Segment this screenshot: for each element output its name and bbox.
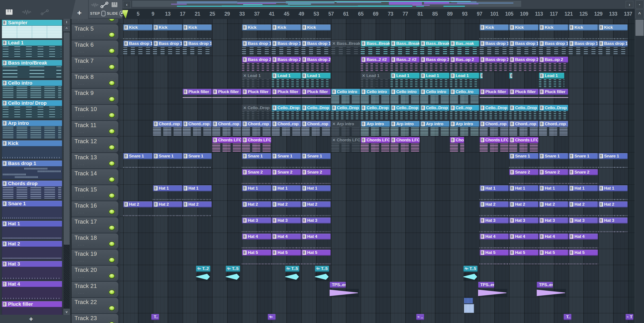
clip-hat-1[interactable]: Hat 1 [509, 185, 538, 191]
pattern-picker-scrollbar[interactable]: I ^ v [64, 19, 70, 315]
pattern-card-header[interactable]: Arp intro [2, 120, 62, 126]
clip-hat-4[interactable]: Hat 4 [480, 233, 509, 240]
clip-cello-intro[interactable]: Cello intro [390, 89, 420, 95]
clip-bass-drop-1[interactable]: Bass drop 1 [242, 40, 271, 47]
pattern-card-header[interactable]: Bass drop 1 [2, 160, 62, 166]
clip-t-[interactable]: T.. [564, 314, 572, 320]
clip-hat-2[interactable]: Hat 2 [242, 201, 271, 208]
clip-chord-rop[interactable]: Chord..rop [302, 121, 331, 127]
clip-hat-1[interactable]: Hat 1 [598, 185, 628, 191]
picker-scroll-thumb[interactable] [64, 32, 70, 245]
track-mute-led[interactable] [109, 322, 115, 323]
pattern-card-header[interactable]: Snare 1 [2, 201, 62, 207]
track-header[interactable]: Track 14··· [72, 169, 118, 185]
clip-bass-drop-2[interactable]: Bass drop 2 [420, 56, 450, 63]
clip-hat-1[interactable]: Hat 1 [539, 185, 568, 191]
clip-bass-drop-1[interactable]: Bass drop 1 [539, 40, 568, 47]
clip-hat-2[interactable]: Hat 2 [272, 201, 301, 208]
clip-t-2[interactable]: T..2 [196, 266, 210, 272]
track-mute-led[interactable] [109, 257, 115, 263]
clip-snare-2[interactable]: Snare 2 [272, 169, 301, 175]
track-mute-led[interactable] [109, 145, 115, 150]
picker-scroll-down-button[interactable]: v [64, 309, 70, 315]
clip-tps-er-09[interactable]: TPS..er 09 [537, 282, 553, 288]
clip-kick[interactable]: Kick [302, 24, 331, 31]
clip-chord-rop[interactable]: Chord..rop [183, 121, 212, 127]
clip-hat-3[interactable]: Hat 3 [598, 217, 628, 224]
clip-cello-drop[interactable]: Cello..Drop [302, 105, 331, 111]
track-mute-led[interactable] [109, 19, 115, 21]
clip-bass-drop-1[interactable]: Bass drop 1 [302, 40, 331, 47]
clip-kick[interactable]: Kick [123, 24, 152, 31]
clip-hat-2[interactable]: Hat 2 [509, 201, 538, 208]
track-mute-led[interactable] [109, 273, 115, 279]
clip-cello-drop[interactable]: Cello..Drop [539, 105, 568, 111]
clip-cello-intro[interactable]: Cello intro [420, 89, 450, 95]
slide-icon[interactable] [100, 2, 108, 8]
playlist-minimap[interactable] [132, 0, 522, 7]
ghost-clip[interactable]: ✕Lead 1 [242, 73, 271, 79]
pattern-card-header[interactable]: Bass intro/Break [2, 60, 62, 66]
clip-hat-3[interactable]: Hat 3 [480, 217, 509, 224]
ghost-clip[interactable]: ✕Lead 1 [361, 73, 390, 79]
clip-snare-1[interactable]: Snare 1 [302, 153, 331, 159]
clip-arp-intro[interactable]: Arp intro [420, 121, 450, 127]
clip-hat-4[interactable]: Hat 4 [242, 233, 271, 240]
clip-bass-drop-2[interactable]: Bass drop 2 [242, 56, 271, 63]
ghost-clip[interactable]: ✕Arp intro [331, 121, 360, 127]
pattern-card[interactable]: Kick [2, 140, 62, 159]
clip-snare-1[interactable]: Snare 1 [569, 153, 598, 159]
clip-hat-5[interactable]: Hat 5 [569, 250, 598, 256]
pattern-card[interactable]: Hat 4 [2, 281, 62, 300]
track-mute-led[interactable] [109, 177, 115, 182]
clip-bass-drop-1[interactable]: Bass drop 1 [272, 40, 301, 47]
add-pattern-button[interactable]: + [29, 315, 33, 323]
clip-cello-drop[interactable]: Cello..Drop [331, 105, 360, 111]
track-mute-led[interactable] [109, 80, 115, 86]
clip-kick[interactable]: Kick [242, 24, 271, 31]
piano-icon[interactable] [6, 9, 12, 15]
clip-hat-1[interactable]: Hat 1 [480, 185, 509, 191]
clip-kick[interactable]: Kick [183, 24, 212, 31]
clip-bas-reak[interactable]: Bas..reak [450, 40, 479, 47]
clip-hat-2[interactable]: Hat 2 [569, 201, 598, 208]
clip-cello-drop[interactable]: Cello..Drop [272, 105, 301, 111]
track-header[interactable]: Track 13··· [72, 153, 118, 168]
clip-chords-lfo[interactable]: Chords LFO [242, 137, 271, 143]
add-tab-icon[interactable]: + [77, 8, 82, 17]
clip-cello-tro[interactable]: Cello..tro [450, 89, 479, 95]
track-header[interactable]: Track 9··· [72, 89, 118, 104]
clip-bass-drop-1[interactable]: Bass drop 1 [509, 40, 538, 47]
scroll-up-button[interactable]: ^ [636, 9, 644, 18]
clip-bass-drop-2[interactable]: Bass drop 2 [480, 56, 509, 63]
piano-icon[interactable] [112, 2, 118, 7]
clip-bass-drop-2[interactable]: Bass drop 2 [509, 56, 538, 63]
clip-hat-1[interactable]: Hat 1 [272, 185, 301, 191]
clip-t-5[interactable]: T..5 [315, 266, 329, 272]
picker-top-button[interactable]: I [64, 19, 70, 25]
waveform-icon[interactable] [22, 10, 31, 15]
ghost-clip[interactable]: ✕Chords LFO [331, 137, 360, 143]
clip-hat-4[interactable]: Hat 4 [569, 233, 598, 240]
pattern-card[interactable]: Hat 3 [2, 261, 62, 280]
clip-hat-2[interactable]: Hat 2 [153, 201, 182, 208]
track-header[interactable]: Track 7··· [72, 56, 118, 72]
pattern-card-header[interactable]: Cello intro [2, 80, 62, 86]
clip-bass-2-2[interactable]: Bass..2 #2 [361, 56, 390, 63]
striped-clip[interactable] [464, 304, 474, 313]
clip-pluck-filler[interactable]: Pluck filler [242, 89, 271, 95]
track-header[interactable]: Track 23··· [72, 314, 118, 323]
clip-kick[interactable]: Kick [569, 24, 598, 31]
waveform-icon[interactable] [91, 3, 98, 7]
clip-bass-drop-1[interactable]: Bass drop 1 [153, 40, 182, 47]
track-header[interactable]: Track 5··· [72, 24, 118, 40]
clip-t-5[interactable]: T..5 [226, 266, 240, 272]
clip-hat-5[interactable]: Hat 5 [272, 250, 301, 256]
clip-cello-drop[interactable]: Cello..Drop [509, 105, 538, 111]
clip-snare-1[interactable]: Snare 1 [598, 153, 628, 159]
clip-hat-2[interactable]: Hat 2 [539, 201, 568, 208]
clip-hat-2[interactable]: Hat 2 [598, 201, 628, 208]
track-mute-led[interactable] [109, 113, 115, 118]
track-header[interactable]: Track 15··· [72, 185, 118, 201]
track-mute-led[interactable] [109, 161, 115, 166]
